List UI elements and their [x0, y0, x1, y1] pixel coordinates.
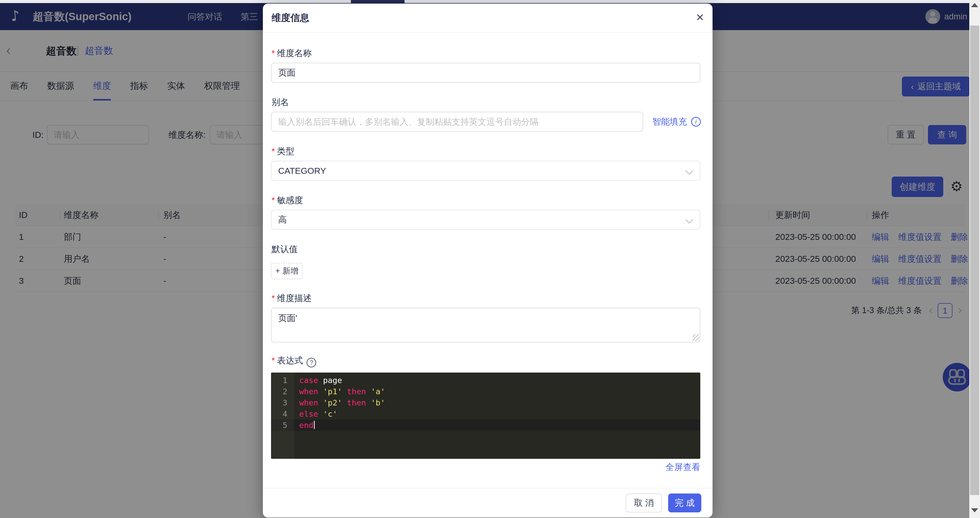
- required-mark: *: [272, 146, 275, 156]
- code-line: 2 when'p1'then'a': [271, 386, 700, 397]
- sensitivity-select[interactable]: 高: [271, 210, 700, 230]
- type-select-value: CATEGORY: [278, 166, 326, 176]
- field-label-default-text: 默认值: [272, 244, 298, 254]
- alias-input[interactable]: [271, 112, 643, 132]
- modal-footer-divider: [263, 488, 713, 488]
- fullscreen-view-link[interactable]: 全屏查看: [271, 461, 700, 473]
- field-label-default: 默认值: [272, 243, 298, 255]
- code-token: 'c': [323, 409, 337, 418]
- field-label-description-text: 维度描述: [277, 293, 312, 303]
- code-token: else: [299, 409, 318, 418]
- line-number: 4: [271, 408, 294, 419]
- sensitivity-select-value: 高: [278, 214, 287, 226]
- code-token: 'b': [371, 398, 385, 407]
- browser-edge-strip: [0, 0, 969, 3]
- description-textarea[interactable]: 页面': [271, 308, 700, 342]
- required-mark: *: [272, 293, 275, 303]
- smart-fill-link[interactable]: 智能填充 i: [652, 112, 701, 132]
- field-label-expression: *表达式?: [272, 355, 316, 366]
- type-select[interactable]: CATEGORY: [271, 161, 700, 181]
- code-token: when: [299, 387, 318, 396]
- field-label-expression-text: 表达式: [277, 356, 303, 365]
- cancel-button[interactable]: 取 消: [626, 494, 662, 512]
- code-line: 3 when'p2'then'b': [271, 397, 700, 408]
- code-token: when: [299, 398, 318, 407]
- required-mark: *: [272, 195, 275, 205]
- field-label-description: *维度描述: [272, 292, 312, 303]
- code-line-active: 5 end: [271, 419, 700, 431]
- code-token: then: [347, 387, 366, 396]
- field-label-alias-text: 别名: [272, 97, 289, 107]
- close-icon[interactable]: ×: [696, 3, 704, 32]
- scrollbar-thumb[interactable]: [970, 25, 979, 495]
- code-token: 'p1': [323, 387, 342, 396]
- add-default-value-button[interactable]: + 新增: [271, 263, 303, 279]
- ok-button[interactable]: 完 成: [668, 494, 701, 512]
- field-label-sensitivity: *敏感度: [272, 194, 303, 206]
- browser-edge-accent: [351, 0, 404, 3]
- scrollbar-up-icon[interactable]: [971, 3, 978, 7]
- code-token: page: [323, 376, 342, 385]
- scrollbar-down-icon[interactable]: [971, 508, 978, 512]
- info-icon: i: [691, 117, 701, 127]
- chevron-down-icon: [685, 216, 693, 224]
- line-number: 5: [271, 419, 294, 431]
- required-mark: *: [272, 48, 275, 58]
- field-label-alias: 别名: [272, 97, 289, 108]
- code-line: 1 casepage: [271, 375, 700, 386]
- dimension-info-modal: 维度信息 × *维度名称 别名 智能填充 i *类型 CATEGORY *敏感度…: [263, 3, 713, 518]
- code-token: 'a': [371, 387, 385, 396]
- chevron-down-icon: [685, 167, 693, 175]
- smart-fill-label: 智能填充: [652, 116, 687, 127]
- modal-title: 维度信息: [272, 3, 309, 32]
- code-token: then: [347, 398, 366, 407]
- expression-code-editor[interactable]: 1 casepage 2 when'p1'then'a' 3 when'p2't…: [271, 373, 700, 459]
- required-mark: *: [272, 356, 275, 365]
- modal-header-divider: [263, 32, 713, 33]
- text-cursor: [314, 421, 315, 429]
- code-line: 4 else'c': [271, 408, 700, 419]
- field-label-name-text: 维度名称: [277, 48, 312, 58]
- plus-icon: +: [275, 266, 280, 276]
- line-number: 2: [271, 386, 294, 397]
- code-token: 'p2': [323, 398, 342, 407]
- dimension-name-input[interactable]: [271, 63, 700, 83]
- field-label-type-text: 类型: [277, 146, 294, 156]
- field-label-sensitivity-text: 敏感度: [277, 195, 303, 205]
- line-number: 1: [271, 375, 294, 386]
- field-label-type: *类型: [272, 145, 294, 157]
- add-default-value-label: 新增: [283, 265, 298, 276]
- resize-handle-icon[interactable]: [693, 334, 699, 341]
- code-token: case: [299, 376, 318, 385]
- code-token: end: [299, 421, 313, 430]
- line-number: 3: [271, 397, 294, 408]
- help-icon[interactable]: ?: [307, 358, 316, 367]
- field-label-name: *维度名称: [272, 48, 312, 59]
